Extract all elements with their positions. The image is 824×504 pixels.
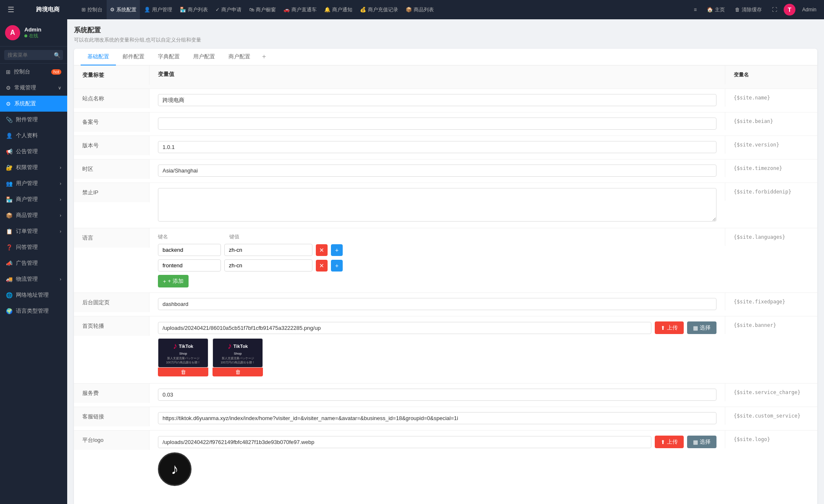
sidebar-item-permissions[interactable]: 🔐 权限管理 › <box>0 159 67 175</box>
admin-avatar[interactable]: T <box>784 4 795 16</box>
nav-merchant-list[interactable]: 🏪 商户列表 <box>176 0 211 19</box>
row-version: 版本号 {$site.version} <box>74 136 817 159</box>
nav-merchant-recharge[interactable]: 💰 商户充值记录 <box>357 0 402 19</box>
fullscreen-icon: ⛶ <box>772 7 777 13</box>
custom-service-input[interactable] <box>158 412 716 424</box>
sidebar-item-console[interactable]: ⊞ 控制台 hot <box>0 64 67 80</box>
banner-preview-1: ♪ TikTok Shop 新人支援流量パッケージ100万円の商品露出を贈！ <box>158 338 208 368</box>
nav-system-config[interactable]: ⚙ 系统配置 <box>107 0 140 19</box>
sidebar-item-network[interactable]: 🌐 网络地址管理 <box>0 287 67 303</box>
clear-cache-btn[interactable]: 🗑 清除缓存 <box>732 5 765 15</box>
sidebar-item-products[interactable]: 📦 商品管理 › <box>0 207 67 223</box>
sidebar-item-users[interactable]: 👥 用户管理 › <box>0 175 67 191</box>
top-navigation: ☰ 跨境电商 ⊞ 控制台 ⚙ 系统配置 👤 用户管理 🏪 商户列表 ✓ 商户申请… <box>0 0 824 19</box>
tab-basic-config[interactable]: 基础配置 <box>81 49 116 65</box>
banner-select-btn[interactable]: ▦ 选择 <box>687 321 716 334</box>
tab-merchant-config[interactable]: 商户配置 <box>222 49 257 65</box>
banner-item-1: ♪ TikTok Shop 新人支援流量パッケージ100万円の商品露出を贈！ 🗑 <box>158 338 208 376</box>
logo-upload-btn[interactable]: ⬆ 上传 <box>655 436 684 448</box>
lang-add-btn[interactable]: + + 添加 <box>158 275 189 287</box>
sidebar-item-system-config[interactable]: ⚙ 系统配置 <box>0 96 67 112</box>
sidebar-item-announcement[interactable]: 📢 公告管理 <box>0 144 67 159</box>
banner-preview-2: ♪ TikTok Shop 新人支援流量パッケージ100万円の商品露出を贈！ <box>213 338 263 368</box>
nav-merchant-direct[interactable]: 🚗 商户直通车 <box>280 0 320 19</box>
lang-delete-frontend-btn[interactable]: ✕ <box>316 260 328 272</box>
check-icon: ✓ <box>215 7 220 13</box>
logo-preview: ♪ <box>158 452 192 486</box>
lang-delete-backend-btn[interactable]: ✕ <box>316 244 328 256</box>
chevron-right-icon: › <box>60 181 61 186</box>
hamburger-menu[interactable]: ☰ <box>4 5 18 14</box>
chevron-right-icon: › <box>60 229 61 234</box>
sidebar-item-qa[interactable]: ❓ 问答管理 <box>0 239 67 255</box>
nav-merchant-shop[interactable]: 🛍 商户橱窗 <box>246 0 279 19</box>
users-icon: 👥 <box>6 180 13 187</box>
store-icon: 🏪 <box>180 7 186 13</box>
nav-merchant-apply[interactable]: ✓ 商户申请 <box>212 0 245 19</box>
fullscreen-btn[interactable]: ⛶ <box>769 5 780 14</box>
forbidden-ip-textarea[interactable] <box>158 188 716 222</box>
menu-icon-btn[interactable]: ≡ <box>690 5 700 14</box>
sidebar-item-language-types[interactable]: 🌍 语言类型管理 <box>0 303 67 319</box>
logo-path-input[interactable] <box>158 436 651 448</box>
right-actions: ≡ 🏠 主页 🗑 清除缓存 ⛶ T Admin <box>690 4 820 16</box>
gear-icon: ⚙ <box>6 101 11 107</box>
row-forbidden-ip: 禁止IP {$site.forbiddenip} <box>74 183 817 228</box>
sidebar-item-attachment[interactable]: 📎 附件管理 <box>0 112 67 128</box>
lang-key-frontend[interactable] <box>158 259 221 272</box>
chevron-right-icon: › <box>60 277 61 282</box>
site-name-input[interactable] <box>158 94 716 106</box>
banner-path-input[interactable] <box>158 322 651 334</box>
chevron-down-icon: ∨ <box>58 85 61 91</box>
page-title: 系统配置 <box>74 26 817 35</box>
sidebar: A Admin 在线 🔍 ⊞ 控制台 hot ⚙ 常规管理 ∨ ⚙ 系统配置 <box>0 19 67 504</box>
tiktok-icon-2: ♪ <box>228 341 232 351</box>
sidebar-item-ads[interactable]: 📣 广告管理 <box>0 255 67 271</box>
lang-val-backend[interactable] <box>224 244 312 256</box>
gear-icon: ⚙ <box>110 7 115 13</box>
grid-icon: ⊞ <box>81 7 86 13</box>
sidebar-item-general-mgmt[interactable]: ⚙ 常规管理 ∨ <box>0 80 67 96</box>
nav-user-management[interactable]: 👤 用户管理 <box>141 0 176 19</box>
tab-mail-config[interactable]: 邮件配置 <box>116 49 151 65</box>
row-fixed-page: 后台固定页 {$site.fixedpage} <box>74 293 817 316</box>
nav-dashboard[interactable]: ⊞ 控制台 <box>78 0 106 19</box>
banner-upload-btn[interactable]: ⬆ 上传 <box>655 321 684 334</box>
service-charge-input[interactable] <box>158 389 716 401</box>
sidebar-item-logistics[interactable]: 🚚 物流管理 › <box>0 271 67 287</box>
tab-dict-config[interactable]: 字典配置 <box>151 49 186 65</box>
lang-add-row-frontend-btn[interactable]: + <box>331 260 343 272</box>
chevron-right-icon: › <box>60 197 61 202</box>
tab-user-config[interactable]: 用户配置 <box>186 49 222 65</box>
lang-header: 键名 键值 <box>158 233 716 240</box>
logo-select-btn[interactable]: ▦ 选择 <box>687 436 716 448</box>
home-btn[interactable]: 🏠 主页 <box>703 5 728 15</box>
fixed-page-input[interactable] <box>158 298 716 310</box>
lang-key-backend[interactable] <box>158 244 221 256</box>
version-input[interactable] <box>158 141 716 153</box>
lang-val-frontend[interactable] <box>224 259 312 272</box>
beian-input[interactable] <box>158 118 716 130</box>
tab-add-btn[interactable]: + <box>257 49 271 65</box>
row-logo: 平台logo ⬆ 上传 ▦ 选择 <box>74 431 817 504</box>
settings-icon: ⚙ <box>6 85 11 91</box>
page-subtitle: 可以在此增改系统的变量和分组,也可以自定义分组和变量 <box>74 37 817 44</box>
lang-add-row-backend-btn[interactable]: + <box>331 244 343 256</box>
sidebar-item-merchants[interactable]: 🏪 商户管理 › <box>0 191 67 207</box>
banner-delete-btn-2[interactable]: 🗑 <box>213 368 263 376</box>
admin-name[interactable]: Admin <box>799 5 820 14</box>
config-card: 基础配置 邮件配置 字典配置 用户配置 商户配置 + 变量标签 变量值 变量名 <box>74 49 817 504</box>
upload-icon: ⬆ <box>661 325 665 331</box>
tiktok-logo-symbol: ♪ <box>171 460 178 478</box>
chevron-right-icon: › <box>60 213 61 218</box>
nav-product-list[interactable]: 📦 商品列表 <box>402 0 437 19</box>
banner-delete-btn-1[interactable]: 🗑 <box>158 368 208 376</box>
main-content: 系统配置 可以在此增改系统的变量和分组,也可以自定义分组和变量 基础配置 邮件配… <box>67 19 824 504</box>
sidebar-item-profile[interactable]: 👤 个人资料 <box>0 128 67 144</box>
timezone-input[interactable] <box>158 165 716 177</box>
sidebar-user-info: A Admin 在线 <box>0 19 67 47</box>
person-icon: 👤 <box>6 133 13 139</box>
sidebar-item-orders[interactable]: 📋 订单管理 › <box>0 223 67 239</box>
select-icon: ▦ <box>693 325 698 331</box>
nav-merchant-notify[interactable]: 🔔 商户通知 <box>321 0 356 19</box>
